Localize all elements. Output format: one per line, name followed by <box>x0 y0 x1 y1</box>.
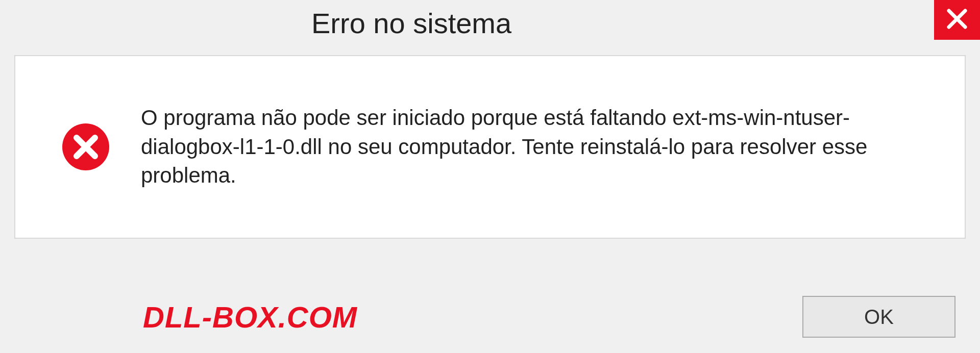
titlebar: Erro no sistema <box>0 0 980 46</box>
dialog-title: Erro no sistema <box>311 7 511 40</box>
dialog-footer: DLL-BOX.COM OK <box>0 296 980 338</box>
watermark-text: DLL-BOX.COM <box>143 300 357 334</box>
error-dialog: Erro no sistema O programa não pode ser … <box>0 0 980 353</box>
ok-button-label: OK <box>864 306 894 329</box>
close-button[interactable] <box>934 0 980 40</box>
ok-button[interactable]: OK <box>802 296 955 338</box>
error-message: O programa não pode ser iniciado porque … <box>141 104 929 190</box>
close-icon <box>946 8 968 32</box>
error-icon <box>61 122 110 171</box>
content-panel: O programa não pode ser iniciado porque … <box>14 55 966 239</box>
